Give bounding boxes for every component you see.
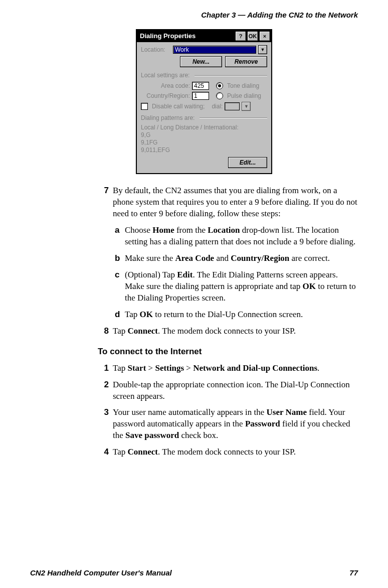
substep-letter: d bbox=[115, 309, 125, 321]
step-text: Your user name automatically appears in … bbox=[113, 407, 358, 442]
new-button[interactable]: New... bbox=[180, 56, 222, 67]
step-text: Tap Connect. The modem dock connects to … bbox=[113, 326, 358, 337]
step-number: 1 bbox=[98, 363, 113, 374]
footer-title: CN2 Handheld Computer User's Manual bbox=[30, 568, 172, 578]
dialing-properties-dialog: Dialing Properties ? OK × Location: Work… bbox=[136, 29, 272, 174]
pulse-radio[interactable] bbox=[216, 92, 223, 99]
substep-letter: c bbox=[115, 269, 125, 304]
pattern-line: 9,G bbox=[141, 131, 267, 139]
substep-text: Tap OK to return to the Dial-Up Connecti… bbox=[125, 309, 358, 321]
patterns-sublabel: Local / Long Distance / International: bbox=[141, 124, 267, 131]
page-number: 77 bbox=[349, 568, 358, 578]
step-number: 8 bbox=[98, 326, 113, 337]
area-code-input[interactable]: 425 bbox=[192, 82, 209, 90]
edit-button[interactable]: Edit... bbox=[228, 157, 267, 168]
country-label: Country/Region: bbox=[141, 92, 190, 100]
location-label: Location: bbox=[141, 46, 171, 54]
ok-titlebar-button[interactable]: OK bbox=[247, 31, 258, 41]
close-button[interactable]: × bbox=[259, 31, 270, 41]
substep-text: Make sure the Area Code and Country/Regi… bbox=[125, 253, 358, 264]
dropdown-arrow-icon[interactable]: ▼ bbox=[258, 45, 267, 54]
substep-letter: b bbox=[115, 253, 125, 264]
dialog-titlebar: Dialing Properties ? OK × bbox=[137, 30, 271, 42]
disable-call-waiting-checkbox[interactable] bbox=[141, 103, 148, 110]
substep-text: (Optional) Tap Edit. The Edit Dialing Pa… bbox=[125, 269, 358, 304]
pattern-line: 9,011,EFG bbox=[141, 146, 267, 154]
location-dropdown[interactable]: Work bbox=[173, 46, 256, 54]
pattern-line: 9,1FG bbox=[141, 139, 267, 146]
country-input[interactable]: 1 bbox=[192, 92, 209, 100]
substep-letter: a bbox=[115, 225, 125, 248]
help-button[interactable]: ? bbox=[235, 31, 246, 41]
dialog-title: Dialing Properties bbox=[140, 32, 196, 41]
running-header: Chapter 3 — Adding the CN2 to the Networ… bbox=[50, 10, 358, 20]
tone-label: Tone dialing bbox=[227, 82, 259, 90]
area-code-label: Area code: bbox=[141, 82, 190, 90]
pulse-label: Pulse dialing bbox=[227, 92, 261, 100]
step-number: 7 bbox=[98, 185, 113, 320]
step-number: 2 bbox=[98, 379, 113, 402]
divider bbox=[200, 117, 267, 118]
dial-label: dial: bbox=[212, 102, 223, 110]
step-text: By default, the CN2 assumes that you are… bbox=[113, 186, 357, 218]
step-number: 4 bbox=[98, 447, 113, 458]
dial-dropdown-arrow-icon[interactable]: ▼ bbox=[242, 102, 251, 111]
section-heading: To connect to the Internet bbox=[98, 346, 358, 358]
patterns-label: Dialing patterns are: bbox=[141, 114, 195, 122]
remove-button[interactable]: Remove bbox=[225, 56, 267, 67]
step-text: Double-tap the appropriate connection ic… bbox=[113, 379, 358, 402]
step-text: Tap Start > Settings > Network and Dial-… bbox=[113, 363, 358, 374]
divider bbox=[195, 75, 267, 76]
step-number: 3 bbox=[98, 407, 113, 442]
tone-radio[interactable] bbox=[216, 82, 223, 89]
dial-input[interactable] bbox=[225, 102, 240, 110]
disable-call-waiting-label: Disable call waiting; bbox=[152, 102, 205, 110]
step-text: Tap Connect. The modem dock connects to … bbox=[113, 447, 358, 458]
substep-text: Choose Home from the Location drop-down … bbox=[125, 225, 358, 248]
local-settings-label: Local settings are: bbox=[141, 71, 189, 79]
